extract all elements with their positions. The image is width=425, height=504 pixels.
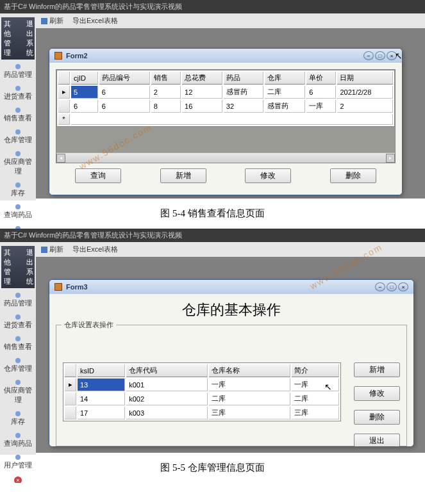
cell[interactable]: 13 <box>78 378 125 391</box>
bullet-icon <box>15 314 21 320</box>
maximize-button[interactable]: □ <box>375 51 385 60</box>
sidebar-item-search[interactable]: 查询药品 <box>1 202 35 222</box>
menu-other[interactable]: 其他管理 <box>4 248 11 286</box>
sidebar-item-warehouse[interactable]: 仓库管理 <box>1 127 35 147</box>
scroll-right-icon[interactable]: ▸ <box>386 154 395 163</box>
cell[interactable]: 二库 <box>292 393 339 405</box>
scroll-left-icon[interactable]: ◂ <box>56 154 65 163</box>
exit-button[interactable]: 退出 <box>354 434 400 447</box>
figure-caption-2: 图 5-5 仓库管理信息页面 <box>0 453 425 483</box>
warehouse-datagrid[interactable]: ksID 仓库代码 仓库名称 简介 ▸ 13 k001 一库 <box>63 362 341 421</box>
add-button[interactable]: 新增 <box>160 168 206 183</box>
col-total[interactable]: 总花费 <box>182 72 222 85</box>
cell[interactable]: 17 <box>78 407 125 419</box>
cell[interactable]: 5 <box>71 86 98 99</box>
grid-row[interactable]: 6 6 8 16 32 感冒药 一库 2 <box>58 100 393 113</box>
app-window-2: 基于C# Winform的药品零售管理系统设计与实现演示视频 其他管理 退出系统… <box>0 229 425 453</box>
col-sales[interactable]: 销售 <box>151 72 181 85</box>
form-icon <box>54 52 62 60</box>
col-warehouse[interactable]: 仓库 <box>265 72 305 85</box>
refresh-button[interactable]: 刷新 <box>41 245 63 254</box>
edit-button[interactable]: 修改 <box>245 168 291 183</box>
cell[interactable]: 12 <box>182 86 222 99</box>
sidebar-item-search[interactable]: 查询药品 <box>1 431 35 450</box>
sidebar-item-supplier[interactable]: 供应商管理 <box>1 378 35 407</box>
cell[interactable]: 6 <box>99 86 150 99</box>
cell[interactable]: 14 <box>78 393 125 405</box>
sidebar-item-warehouse[interactable]: 仓库管理 <box>1 356 35 375</box>
close-button[interactable]: × <box>387 51 397 60</box>
col-price[interactable]: 单价 <box>306 72 336 85</box>
window-titlebar: 基于C# Winform的药品零售管理系统设计与实现演示视频 <box>0 229 425 242</box>
cell[interactable]: 32 <box>224 100 264 113</box>
grid-row[interactable]: 17 k003 三库 三库 <box>65 407 339 419</box>
cell[interactable]: k003 <box>126 407 208 419</box>
cell[interactable]: 6 <box>306 86 336 99</box>
cell[interactable]: 2 <box>151 86 181 99</box>
col-ksid[interactable]: ksID <box>78 364 125 377</box>
cell[interactable]: 感冒药 <box>224 86 264 99</box>
sidebar-item-user[interactable]: 用户管理 <box>1 453 35 472</box>
export-button[interactable]: 导出Excel表格 <box>72 16 118 26</box>
form-titlebar[interactable]: Form2 − □ × <box>49 49 402 63</box>
sidebar-item-supplier[interactable]: 供应商管理 <box>1 149 35 178</box>
cell[interactable]: 一库 <box>209 378 290 391</box>
bullet-icon <box>15 129 21 134</box>
sidebar-item-purchase[interactable]: 进货查看 <box>1 313 35 332</box>
menu-exit[interactable]: 退出系统 <box>26 19 33 58</box>
sales-datagrid[interactable]: cjID 药品编号 销售 总花费 药品 仓库 单价 日期 ▸ 5 6 <box>56 70 395 127</box>
cell[interactable]: 8 <box>151 100 181 113</box>
sidebar-item-sales[interactable]: 销售查看 <box>1 106 35 125</box>
cell[interactable]: 16 <box>182 100 222 113</box>
cell[interactable]: 感冒药 <box>265 100 305 113</box>
cell[interactable]: 三库 <box>292 407 339 419</box>
grid-row[interactable]: 14 k002 二库 二库 <box>65 393 339 405</box>
grid-hscrollbar[interactable]: ◂ ▸ <box>56 152 395 163</box>
cell[interactable]: 6 <box>71 100 98 113</box>
col-drugno[interactable]: 药品编号 <box>99 72 150 85</box>
sidebar-item-exit[interactable]: ×退出 <box>1 475 35 483</box>
cell[interactable]: 一库 <box>306 100 336 113</box>
maximize-button[interactable]: □ <box>387 282 397 291</box>
cell[interactable]: 三库 <box>209 407 290 419</box>
sidebar-item-stock[interactable]: 库存 <box>1 181 35 200</box>
refresh-button[interactable]: 刷新 <box>41 16 63 26</box>
cell[interactable]: 6 <box>99 100 150 113</box>
delete-button[interactable]: 删除 <box>354 410 400 425</box>
query-button[interactable]: 查询 <box>75 168 121 183</box>
grid-row[interactable]: ▸ 5 6 2 12 感冒药 二库 6 2021/2/28 <box>58 86 393 99</box>
bullet-icon <box>15 108 21 113</box>
col-date[interactable]: 日期 <box>337 72 393 85</box>
minimize-button[interactable]: − <box>363 51 374 60</box>
delete-button[interactable]: 删除 <box>330 168 376 183</box>
sidebar-item-sales[interactable]: 销售查看 <box>1 334 35 354</box>
add-button[interactable]: 新增 <box>354 362 400 377</box>
sidebar-item-purchase[interactable]: 进货查看 <box>1 84 35 103</box>
col-cjid[interactable]: cjID <box>71 72 98 85</box>
minimize-button[interactable]: − <box>375 282 385 291</box>
menu-exit[interactable]: 退出系统 <box>26 248 33 286</box>
cell[interactable]: 二库 <box>265 86 305 99</box>
cell[interactable]: 二库 <box>209 393 290 405</box>
col-drug[interactable]: 药品 <box>224 72 264 85</box>
cell[interactable]: k002 <box>126 393 208 405</box>
cell[interactable]: 2 <box>337 100 393 113</box>
close-button[interactable]: × <box>398 282 408 291</box>
col-name[interactable]: 仓库名称 <box>209 364 290 377</box>
sidebar-item-stock[interactable]: 库存 <box>1 409 35 428</box>
grid-new-row[interactable]: * <box>58 114 393 125</box>
cell[interactable]: 一库 <box>292 378 339 391</box>
col-code[interactable]: 仓库代码 <box>126 364 208 377</box>
edit-button[interactable]: 修改 <box>354 386 400 401</box>
sidebar-item-drug[interactable]: 药品管理 <box>1 62 35 81</box>
cell[interactable]: 2021/2/28 <box>337 86 393 99</box>
form-titlebar[interactable]: Form3 − □ × <box>49 280 413 294</box>
cell[interactable]: k001 <box>126 378 208 391</box>
col-desc[interactable]: 简介 <box>292 364 339 377</box>
bullet-icon <box>15 86 21 91</box>
empty-cell[interactable] <box>71 114 393 125</box>
grid-row[interactable]: ▸ 13 k001 一库 一库 <box>65 378 339 391</box>
menu-other[interactable]: 其他管理 <box>4 19 11 58</box>
export-button[interactable]: 导出Excel表格 <box>72 245 118 254</box>
sidebar-item-drug[interactable]: 药品管理 <box>1 291 35 310</box>
